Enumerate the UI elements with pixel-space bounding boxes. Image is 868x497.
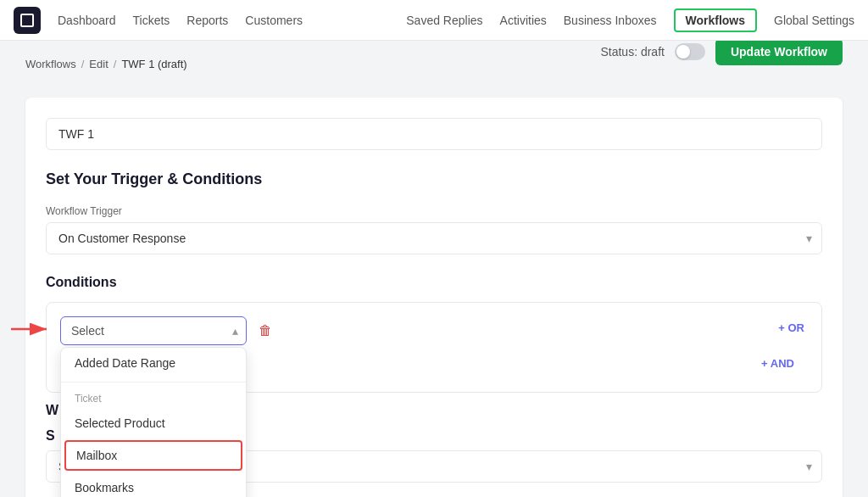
status-row: Status: draft Update Workflow [600,38,843,65]
page-content: Workflows / Edit / TWF 1 (draft) Status:… [0,41,868,497]
breadcrumb-sep-2: / [114,58,117,70]
update-workflow-button[interactable]: Update Workflow [715,38,843,65]
delete-condition-button[interactable]: 🗑 [255,316,275,345]
trigger-section-title: Set Your Trigger & Conditions [46,170,822,188]
or-button[interactable]: + OR [778,316,804,339]
conditions-dropdown: Added Date Range Ticket Selected Product… [60,347,247,497]
breadcrumb: Workflows / Edit / TWF 1 (draft) [25,58,187,70]
nav-right: Saved Replies Activities Business Inboxe… [406,8,854,32]
dropdown-divider-1 [61,382,246,383]
trigger-field-label: Workflow Trigger [46,205,822,217]
nav-left: Dashboard Tickets Reports Customers [58,14,406,27]
dropdown-item-mailbox[interactable]: Mailbox [64,440,242,471]
dropdown-item-selected-product[interactable]: Selected Product [61,408,246,438]
toggle-knob [676,45,690,59]
nav-workflows[interactable]: Workflows [674,8,758,32]
condition-select-input[interactable]: Select [60,316,247,345]
nav-customers[interactable]: Customers [245,14,303,27]
status-label: Status: draft [600,45,664,59]
main-card: Set Your Trigger & Conditions Workflow T… [25,98,843,497]
dropdown-item-added-date-range[interactable]: Added Date Range [61,348,246,378]
trigger-select-wrapper: On Customer Response ▾ [46,222,822,254]
breadcrumb-sep-1: / [81,58,85,70]
logo-mark [20,14,34,27]
dropdown-category-ticket: Ticket [61,386,246,408]
nav-tickets[interactable]: Tickets [133,14,170,27]
conditions-block: Select ▴ Added Date Range Ticket Selecte… [46,302,822,393]
red-arrow-indicator [11,316,53,344]
nav-activities[interactable]: Activities [500,14,547,27]
nav-saved-replies[interactable]: Saved Replies [406,14,482,27]
app-logo[interactable] [14,7,41,34]
top-navigation: Dashboard Tickets Reports Customers Save… [0,0,868,41]
nav-dashboard[interactable]: Dashboard [58,14,116,27]
breadcrumb-edit[interactable]: Edit [89,58,108,70]
nav-reports[interactable]: Reports [186,14,228,27]
dropdown-item-bookmarks[interactable]: Bookmarks [61,472,246,497]
status-toggle[interactable] [675,43,705,60]
trash-icon: 🗑 [259,323,272,338]
nav-business-inboxes[interactable]: Business Inboxes [564,14,657,27]
breadcrumb-current: TWF 1 (draft) [121,58,186,70]
condition-select-wrapper: Select ▴ Added Date Range Ticket Selecte… [60,316,247,345]
breadcrumb-workflows[interactable]: Workflows [25,58,76,70]
nav-global-settings[interactable]: Global Settings [774,14,854,27]
and-button[interactable]: + AND [761,352,794,375]
workflow-name-input[interactable] [46,118,822,150]
trigger-select[interactable]: On Customer Response [46,222,822,254]
conditions-title: Conditions [46,275,822,290]
condition-row: Select ▴ Added Date Range Ticket Selecte… [60,316,808,345]
